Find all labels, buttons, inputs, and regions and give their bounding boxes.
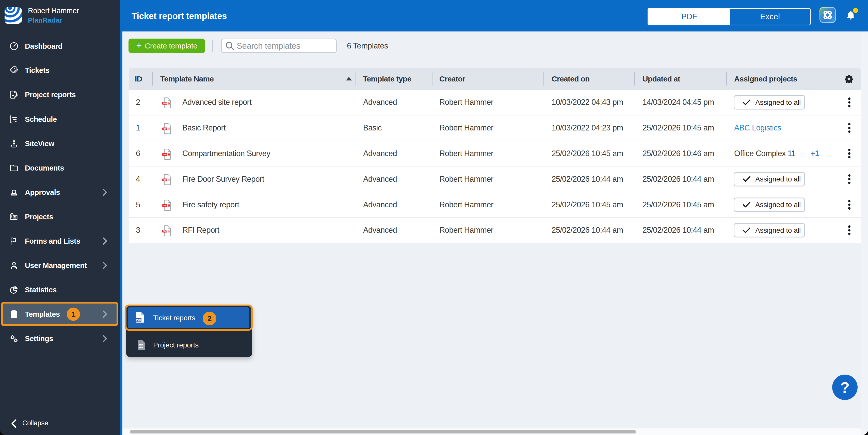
svg-text:PDF: PDF [163, 128, 167, 130]
svg-text:PDF: PDF [163, 102, 167, 105]
svg-text:PDF: PDF [163, 230, 167, 232]
svg-text:PDF: PDF [163, 179, 167, 181]
svg-text:PDF: PDF [136, 318, 142, 321]
svg-text:PDF: PDF [163, 153, 167, 156]
svg-text:PDF: PDF [163, 204, 167, 207]
